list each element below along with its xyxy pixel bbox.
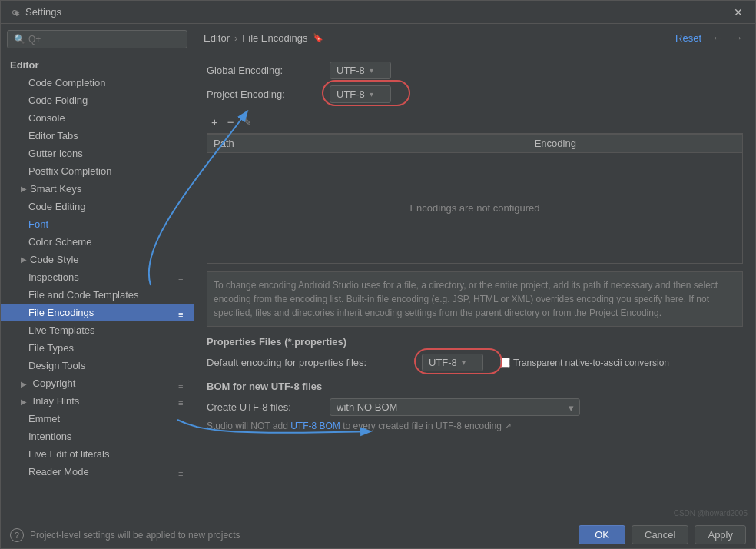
utf8-bom-link[interactable]: UTF-8 BOM xyxy=(290,421,340,431)
info-text: To change encoding Android Studio uses f… xyxy=(207,271,743,327)
panel-header: Editor › File Encodings 🔖 Reset ← → xyxy=(194,24,755,52)
watermark: CSDN @howard2005 xyxy=(674,509,748,517)
dropdown-arrow-icon: ▾ xyxy=(370,66,373,75)
inlay-hints-marker: ≡ xyxy=(178,398,184,404)
breadcrumb-current: File Encodings xyxy=(242,32,307,44)
settings-icon xyxy=(8,6,21,18)
sidebar: 🔍 Editor Code Completion Code Folding Co… xyxy=(1,24,194,521)
expand-arrow-3: ▶ xyxy=(21,380,27,388)
titlebar: Settings ✕ xyxy=(1,1,755,24)
sidebar-item-file-types[interactable]: File Types xyxy=(1,339,194,357)
sidebar-item-font[interactable]: Font xyxy=(1,215,194,233)
close-button[interactable]: ✕ xyxy=(729,5,748,20)
sidebar-item-inlay-hints[interactable]: ▶ Inlay Hints ≡ xyxy=(1,392,194,410)
sidebar-item-code-completion[interactable]: Code Completion xyxy=(1,74,194,92)
sidebar-item-copyright[interactable]: ▶ Copyright ≡ xyxy=(1,374,194,392)
sidebar-item-editor-tabs[interactable]: Editor Tabs xyxy=(1,127,194,145)
sidebar-item-intentions[interactable]: Intentions xyxy=(1,428,194,445)
table-toolbar: + − ✎ xyxy=(207,111,743,134)
sidebar-item-code-style[interactable]: ▶ Code Style xyxy=(1,251,194,268)
bom-info: Studio will NOT add UTF-8 BOM to every c… xyxy=(207,421,743,431)
copyright-marker: ≡ xyxy=(178,381,184,387)
sidebar-item-gutter-icons[interactable]: Gutter Icons xyxy=(1,145,194,162)
path-column-header: Path xyxy=(207,135,529,153)
sidebar-editor-section: Editor xyxy=(1,55,194,74)
sidebar-item-file-code-templates[interactable]: File and Code Templates xyxy=(1,286,194,304)
sidebar-item-inspections[interactable]: Inspections ≡ xyxy=(1,268,194,286)
search-icon: 🔍 xyxy=(14,34,25,45)
apply-button[interactable]: Apply xyxy=(695,525,746,544)
props-dropdown-arrow-icon: ▾ xyxy=(462,358,466,367)
sidebar-item-postfix-completion[interactable]: Postfix Completion xyxy=(1,162,194,180)
file-encodings-marker: ≡ xyxy=(178,310,184,316)
sidebar-item-reader-mode[interactable]: Reader Mode ≡ xyxy=(1,463,194,481)
properties-encoding-dropdown[interactable]: UTF-8 ▾ xyxy=(422,354,483,371)
panel-content: Global Encoding: UTF-8 ▾ Project Encodin… xyxy=(194,52,755,521)
transparent-conversion-checkbox[interactable] xyxy=(500,358,510,368)
bottom-buttons: OK Cancel Apply xyxy=(579,525,746,544)
search-input[interactable] xyxy=(28,34,181,45)
bom-title: BOM for new UTF-8 files xyxy=(207,381,743,392)
breadcrumb-parent: Editor xyxy=(204,32,230,44)
sidebar-item-file-encodings[interactable]: File Encodings ≡ xyxy=(1,304,194,321)
bottom-info: ? Project-level settings will be applied… xyxy=(10,528,579,542)
global-encoding-row: Global Encoding: UTF-8 ▾ xyxy=(207,62,743,79)
reset-button[interactable]: Reset xyxy=(675,32,701,44)
bom-select-wrap: with NO BOM with BOM with BOM on Windows… xyxy=(330,398,580,416)
sidebar-item-smart-keys[interactable]: ▶ Smart Keys xyxy=(1,180,194,198)
global-encoding-dropdown[interactable]: UTF-8 ▾ xyxy=(330,62,391,79)
reader-mode-marker: ≡ xyxy=(178,469,184,475)
encoding-column-header: Encoding xyxy=(529,135,743,153)
breadcrumb: Editor › File Encodings 🔖 xyxy=(204,32,675,44)
expand-arrow-4: ▶ xyxy=(21,398,27,406)
bottom-info-text: Project-level settings will be applied t… xyxy=(30,530,240,541)
bookmark-icon: 🔖 xyxy=(313,33,323,43)
expand-arrow-2: ▶ xyxy=(21,255,27,264)
encoding-table: Path Encoding Encodings are not configur… xyxy=(207,134,743,264)
bom-section: BOM for new UTF-8 files Create UTF-8 fil… xyxy=(207,381,743,431)
properties-encoding-row: Default encoding for properties files: U… xyxy=(207,354,743,371)
breadcrumb-sep: › xyxy=(234,32,237,44)
search-box[interactable]: 🔍 xyxy=(7,30,187,48)
help-icon[interactable]: ? xyxy=(10,528,24,542)
window-title: Settings xyxy=(25,6,729,18)
properties-encoding-label: Default encoding for properties files: xyxy=(207,357,422,368)
bom-create-label: Create UTF-8 files: xyxy=(207,401,330,413)
sidebar-item-code-editing[interactable]: Code Editing xyxy=(1,198,194,215)
ok-button[interactable]: OK xyxy=(579,525,625,544)
sidebar-item-color-scheme[interactable]: Color Scheme xyxy=(1,233,194,251)
back-arrow-button[interactable]: ← xyxy=(709,30,726,45)
sidebar-item-live-templates[interactable]: Live Templates xyxy=(1,321,194,339)
project-encoding-label: Project Encoding: xyxy=(207,88,330,100)
empty-table-message: Encodings are not configured xyxy=(207,153,743,264)
bottom-bar: ? Project-level settings will be applied… xyxy=(1,521,755,548)
expand-arrow: ▶ xyxy=(21,185,27,193)
right-panel: Editor › File Encodings 🔖 Reset ← → Glob… xyxy=(194,24,755,521)
edit-button[interactable]: ✎ xyxy=(239,115,256,129)
remove-button[interactable]: − xyxy=(223,114,239,130)
bom-create-row: Create UTF-8 files: with NO BOM with BOM… xyxy=(207,398,743,416)
sidebar-item-code-folding[interactable]: Code Folding xyxy=(1,92,194,109)
nav-arrows: ← → xyxy=(709,30,746,45)
inspections-marker: ≡ xyxy=(178,274,184,281)
project-encoding-dropdown[interactable]: UTF-8 ▾ xyxy=(330,85,391,103)
project-encoding-row: Project Encoding: UTF-8 ▾ xyxy=(207,85,743,103)
sidebar-item-emmet[interactable]: Emmet xyxy=(1,410,194,428)
transparent-conversion-checkbox-row: Transparent native-to-ascii conversion xyxy=(500,358,669,368)
global-encoding-label: Global Encoding: xyxy=(207,65,330,76)
sidebar-item-design-tools[interactable]: Design Tools xyxy=(1,357,194,374)
properties-section-title: Properties Files (*.properties) xyxy=(207,336,743,348)
cancel-button[interactable]: Cancel xyxy=(632,525,688,544)
sidebar-item-live-edit-literals[interactable]: Live Edit of literals xyxy=(1,445,194,463)
transparent-conversion-label: Transparent native-to-ascii conversion xyxy=(513,358,669,368)
project-dropdown-arrow-icon: ▾ xyxy=(370,90,373,98)
add-button[interactable]: + xyxy=(207,114,223,130)
forward-arrow-button[interactable]: → xyxy=(729,30,746,45)
bom-create-select[interactable]: with NO BOM with BOM with BOM on Windows… xyxy=(330,398,580,416)
sidebar-item-console[interactable]: Console xyxy=(1,109,194,127)
